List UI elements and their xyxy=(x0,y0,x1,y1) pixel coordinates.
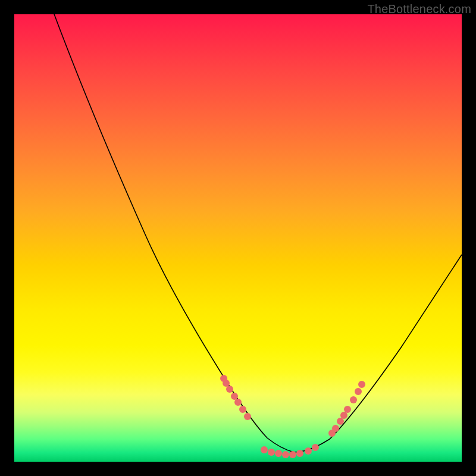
marker-cluster-left xyxy=(220,375,251,420)
marker-cluster-right xyxy=(328,381,365,437)
marker-dot xyxy=(344,406,351,413)
marker-dot xyxy=(358,381,365,388)
marker-dot xyxy=(296,450,303,457)
marker-dot xyxy=(244,413,251,420)
marker-dot xyxy=(261,446,268,453)
marker-dot xyxy=(355,388,362,395)
curve-path xyxy=(48,14,462,452)
marker-dot xyxy=(305,447,312,455)
marker-dot xyxy=(231,393,238,400)
marker-dot xyxy=(268,449,275,456)
marker-dot xyxy=(234,399,242,406)
marker-dot xyxy=(282,451,289,458)
marker-dot xyxy=(350,396,357,403)
watermark-text: TheBottleneck.com xyxy=(367,2,471,16)
bottleneck-curve xyxy=(14,14,462,462)
marker-dot xyxy=(289,451,296,458)
marker-dot xyxy=(223,380,230,387)
marker-dot xyxy=(226,386,233,393)
marker-dot xyxy=(337,418,344,425)
marker-dot xyxy=(239,406,246,413)
marker-dot xyxy=(332,425,339,432)
marker-dot xyxy=(275,450,282,457)
chart-frame xyxy=(14,14,462,462)
marker-dot xyxy=(312,444,319,451)
marker-dot xyxy=(340,412,347,419)
